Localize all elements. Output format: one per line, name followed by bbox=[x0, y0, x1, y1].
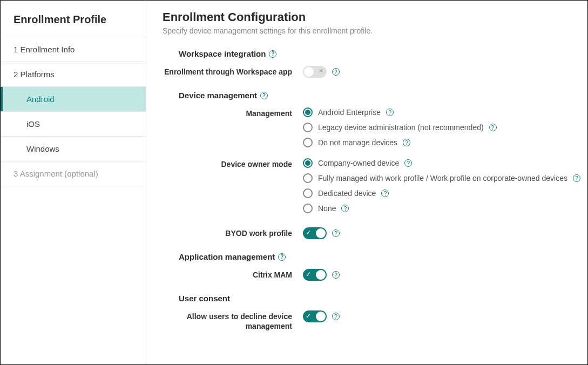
section-user-consent: User consent bbox=[179, 294, 587, 303]
sidebar: Enrollment Profile 1 Enrollment Info 2 P… bbox=[1, 1, 146, 364]
toggle-enroll-through-app[interactable]: ✕ bbox=[303, 66, 327, 78]
radio-dedicated[interactable]: Dedicated device ? bbox=[303, 188, 587, 198]
radio-legacy-admin[interactable]: Legacy device administration (not recomm… bbox=[303, 123, 587, 132]
section-device-management: Device management ? bbox=[179, 91, 587, 100]
radio-company-owned[interactable]: Company-owned device ? bbox=[303, 158, 587, 168]
radio-icon bbox=[303, 107, 313, 117]
label-enroll-through-app: Enrollment through Workspace app bbox=[163, 66, 303, 77]
radio-icon bbox=[303, 123, 313, 132]
toggle-allow-decline[interactable]: ✓ bbox=[303, 310, 327, 322]
section-workspace-integration: Workspace integration ? bbox=[179, 49, 587, 58]
toggle-citrix-mam[interactable]: ✓ bbox=[303, 269, 327, 281]
label-management: Management bbox=[163, 107, 303, 118]
help-icon[interactable]: ? bbox=[489, 124, 497, 131]
help-icon[interactable]: ? bbox=[260, 92, 268, 99]
subnav-android[interactable]: Android bbox=[1, 87, 146, 112]
label-citrix-mam: Citrix MAM bbox=[163, 269, 303, 280]
nav-enrollment-info[interactable]: 1 Enrollment Info bbox=[1, 37, 146, 62]
help-icon[interactable]: ? bbox=[386, 109, 394, 116]
check-icon: ✓ bbox=[306, 312, 311, 320]
radio-do-not-manage[interactable]: Do not manage devices ? bbox=[303, 138, 587, 147]
section-app-management: Application management ? bbox=[179, 252, 587, 261]
subnav-windows[interactable]: Windows bbox=[1, 137, 146, 161]
sidebar-title: Enrollment Profile bbox=[1, 1, 146, 37]
help-icon[interactable]: ? bbox=[332, 271, 340, 279]
radio-fully-managed[interactable]: Fully managed with work profile / Work p… bbox=[303, 173, 587, 183]
label-byod: BYOD work profile bbox=[163, 227, 303, 238]
radio-icon bbox=[303, 188, 313, 198]
nav-platforms[interactable]: 2 Platforms bbox=[1, 62, 146, 87]
label-allow-decline: Allow users to decline device management bbox=[163, 310, 303, 331]
help-icon[interactable]: ? bbox=[332, 68, 340, 76]
help-icon[interactable]: ? bbox=[332, 229, 340, 237]
radio-none[interactable]: None ? bbox=[303, 204, 587, 213]
check-icon: ✓ bbox=[306, 271, 311, 278]
help-icon[interactable]: ? bbox=[332, 313, 340, 320]
help-icon[interactable]: ? bbox=[573, 174, 580, 182]
radio-icon bbox=[303, 158, 313, 168]
label-owner-mode: Device owner mode bbox=[163, 158, 303, 169]
radio-icon bbox=[303, 204, 313, 213]
help-icon[interactable]: ? bbox=[278, 253, 286, 261]
page-subtitle: Specify device management settings for t… bbox=[163, 26, 587, 35]
help-icon[interactable]: ? bbox=[381, 190, 389, 197]
help-icon[interactable]: ? bbox=[269, 50, 276, 58]
subnav-ios[interactable]: iOS bbox=[1, 112, 146, 137]
check-icon: ✓ bbox=[306, 229, 311, 236]
main-panel: Enrollment Configuration Specify device … bbox=[146, 1, 587, 364]
nav-assignment[interactable]: 3 Assignment (optional) bbox=[1, 161, 146, 186]
page-title: Enrollment Configuration bbox=[163, 10, 587, 24]
help-icon[interactable]: ? bbox=[341, 205, 349, 212]
radio-android-enterprise[interactable]: Android Enterprise ? bbox=[303, 107, 587, 117]
radio-icon bbox=[303, 173, 313, 183]
radio-icon bbox=[303, 138, 313, 147]
help-icon[interactable]: ? bbox=[403, 139, 410, 146]
help-icon[interactable]: ? bbox=[404, 159, 412, 167]
x-icon: ✕ bbox=[319, 67, 323, 75]
toggle-byod[interactable]: ✓ bbox=[303, 227, 327, 239]
